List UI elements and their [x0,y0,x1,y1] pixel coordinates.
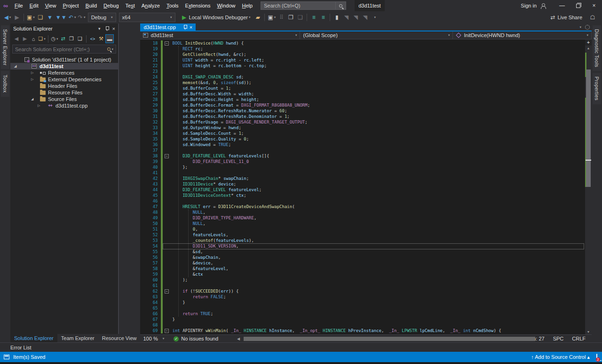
scrollbar-thumb[interactable] [586,70,591,187]
toolbar-overflow-button[interactable]: ▾ [370,12,379,23]
menu-view[interactable]: View [42,0,60,11]
code-line-64[interactable]: 64 } [140,300,585,305]
code-line-26[interactable]: 26 sd.BufferCount = 1; [140,85,585,91]
code-line-57[interactable]: 57 &device, [140,260,585,266]
code-line-66[interactable]: 66 return TRUE; [140,311,585,317]
error-list-tab[interactable]: Error List [0,342,602,352]
diagnostics-button[interactable]: ⠿ [277,12,286,23]
panel-menu-icon[interactable]: ▾ [98,26,101,31]
menu-window[interactable]: Window [214,0,238,11]
fold-collapse-icon[interactable]: − [165,329,169,333]
code-line-34[interactable]: 34 sd.SampleDesc.Count = 1; [140,131,585,136]
menu-project[interactable]: Project [59,0,82,11]
code-line-63[interactable]: 63 return FALSE; [140,294,585,300]
code-line-21[interactable]: 21 UINT width = rc.right - rc.left; [140,57,585,63]
code-line-53[interactable]: 53 _countof(featureLevels), [140,238,585,243]
code-line-40[interactable]: 40 }; [140,164,585,170]
code-line-22[interactable]: 22 UINT height = rc.bottom - rc.top; [140,63,585,69]
code-line-45[interactable]: 45 ID3D11DeviceContext* ctx; [140,193,585,198]
home-icon[interactable]: ⌂ [29,34,38,43]
panel-tab-solution-explorer[interactable]: Solution Explorer [10,334,57,342]
vertical-scrollbar[interactable]: + ▲ ▼ [585,39,592,334]
code-line-28[interactable]: 28 sd.BufferDesc.Height = height; [140,97,585,102]
code-line-65[interactable]: 65 [140,305,585,311]
code-line-58[interactable]: 58 &featureLevel, [140,266,585,271]
code-line-52[interactable]: 52 featureLevels, [140,232,585,238]
pending-changes-filter-icon[interactable]: ◷▾ [50,34,59,43]
view-code-icon[interactable]: <> [88,34,97,43]
close-button[interactable]: × [586,0,602,11]
increase-indent-button[interactable]: ≡ [318,12,328,23]
feedback-icon[interactable]: ☖ [588,12,597,23]
live-share-button[interactable]: Live Share [557,15,582,20]
scrollbar-track[interactable] [585,51,592,329]
navigate-forward-button[interactable]: ▶ [12,12,22,23]
code-line-36[interactable]: 36 sd.Windowed = TRUE; [140,142,585,147]
attach-to-process-button[interactable]: ▰ [253,12,262,23]
menu-test[interactable]: Test [122,0,138,11]
menu-help[interactable]: Help [239,0,256,11]
bookmark-button[interactable]: ▮ [332,12,341,23]
nav-dropdown-0[interactable]: d3d11test▾ [140,31,300,39]
new-folder-button[interactable]: ❐ [286,12,295,23]
back-icon[interactable]: ◀ [12,34,21,43]
code-line-51[interactable]: 51 0, [140,226,585,232]
solution-explorer-search-input[interactable]: Search Solution Explorer (Ctrl+;) ▾ [12,45,116,54]
menu-build[interactable]: Build [82,0,100,11]
quick-search-button[interactable] [336,1,346,10]
code-line-54[interactable]: 54 D3D11_SDK_VERSION, [140,243,585,249]
panel-tab-resource-view[interactable]: Resource View [98,334,141,342]
quick-search-input[interactable]: Search (Ctrl+Q) [261,1,336,10]
code-line-37[interactable]: 37 [140,147,585,153]
code-line-29[interactable]: 29 sd.BufferDesc.Format = DXGI_FORMAT_R8… [140,102,585,108]
fold-collapse-icon[interactable]: − [165,154,169,158]
hscrollbar-thumb[interactable] [244,337,535,341]
tool-rail-tab-diagnostic-tools[interactable]: Diagnostic Tools [593,25,601,71]
code-line-24[interactable]: 24 DXGI_SWAP_CHAIN_DESC sd; [140,74,585,80]
solution-platform-dropdown[interactable]: x64▾ [119,13,175,22]
open-file-button[interactable]: ❏ [36,12,45,23]
line-ending-indicator[interactable]: CRLF [568,336,590,341]
prev-bookmark-button[interactable]: ◥ [341,12,351,23]
collapse-arrow-icon[interactable]: ◢ [14,64,16,68]
tree-item-source-files[interactable]: ◢Source Files [10,96,118,102]
code-line-55[interactable]: 55 &sd, [140,249,585,255]
code-line-47[interactable]: 47 HRESULT err = D3D11CreateDeviceAndSwa… [140,204,585,209]
breakpoints-window-button[interactable]: ▣▾ [267,12,277,23]
solution-configuration-dropdown[interactable]: Debug▾ [88,13,116,22]
horizontal-scrollbar[interactable] [243,337,496,341]
restore-button[interactable] [570,0,586,11]
code-line-62[interactable]: 62− if (!SUCCEEDED(err)) { [140,288,585,294]
menu-file[interactable]: File [11,0,26,11]
code-line-18[interactable]: 18−BOOL InitDevice(HWND hwnd) { [140,40,585,46]
code-line-31[interactable]: 31 sd.BufferDesc.RefreshRate.Denominator… [140,114,585,119]
show-all-files-icon[interactable]: ❏ [76,34,84,43]
switch-views-icon[interactable]: ❏▾ [38,34,46,43]
code-line-46[interactable]: 46 [140,198,585,204]
close-tab-icon[interactable]: × [190,24,192,30]
nav-dropdown-1[interactable]: (Global Scope)▾ [300,31,453,39]
code-line-32[interactable]: 32 sd.BufferUsage = DXGI_USAGE_RENDER_TA… [140,119,585,125]
code-line-30[interactable]: 30 sd.BufferDesc.RefreshRate.Numerator =… [140,108,585,114]
menu-extensions[interactable]: Extensions [182,0,214,11]
decrease-indent-button[interactable]: ≡ [309,12,318,23]
code-line-42[interactable]: 42 IDXGISwapChain* swapChain; [140,176,585,181]
tree-item-external-dependencies[interactable]: ▷External Dependencies [10,76,118,83]
menu-tools[interactable]: Tools [163,0,182,11]
scroll-down-arrow[interactable]: ▼ [585,329,592,334]
tree-item-header-files[interactable]: Header Files [10,83,118,89]
code-line-35[interactable]: 35 sd.SampleDesc.Quality = 0; [140,136,585,142]
editor-split-plus-icon[interactable]: + [585,39,592,46]
code-line-59[interactable]: 59 &ctx [140,271,585,277]
code-line-61[interactable]: 61 [140,283,585,288]
nav-dropdown-2[interactable]: InitDevice(HWND hwnd)▾ [453,31,592,39]
tree-item-d3d11test[interactable]: ◢++d3d11test [10,63,118,70]
start-debugging-button[interactable]: ▶ Local Windows Debugger▾ [177,12,253,23]
insert-mode-indicator[interactable]: SPC [549,336,568,341]
next-bookmark-button[interactable]: ◥ [351,12,360,23]
code-line-43[interactable]: 43 ID3D11Device* device; [140,181,585,187]
undo-button[interactable]: ↶▾ [68,12,77,23]
expand-arrow-icon[interactable]: ▷ [31,71,33,75]
code-line-41[interactable]: 41 [140,170,585,176]
collapse-all-icon[interactable]: ❐ [67,34,76,43]
